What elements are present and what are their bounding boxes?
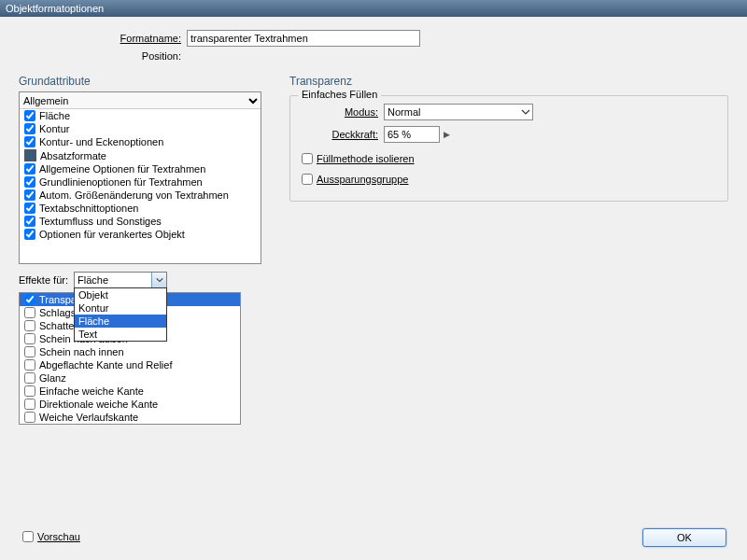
transparenz-title: Transparenz [289, 75, 728, 88]
attribute-item[interactable]: Grundlinienoptionen für Textrahmen [20, 175, 261, 189]
attribute-item[interactable]: Absatzformate [20, 148, 261, 162]
effect-item[interactable]: Einfache weiche Kante [20, 385, 240, 398]
effects-option[interactable]: Kontur [75, 301, 166, 315]
isolate-blend-checkbox[interactable] [302, 153, 313, 164]
attribute-item[interactable]: Allgemeine Optionen für Textrahmen [20, 162, 261, 175]
attribute-checkbox[interactable] [24, 149, 36, 161]
effect-checkbox[interactable] [24, 412, 35, 423]
effects-option[interactable]: Text [75, 328, 166, 341]
attribute-item[interactable]: Fläche [20, 109, 261, 122]
dialog-body: Formatname: Position: Grundattribute All… [0, 17, 747, 560]
effect-checkbox[interactable] [24, 346, 35, 357]
grundattribute-header-select[interactable]: Allgemein [20, 92, 261, 109]
effect-label: Schein nach innen [39, 346, 124, 357]
position-label: Position: [19, 50, 187, 62]
grundattribute-listbox[interactable]: Allgemein FlächeKonturKontur- und Eckeno… [19, 91, 261, 264]
isolate-blend-label: Füllmethode isolieren [317, 153, 415, 164]
ok-button[interactable]: OK [642, 528, 726, 547]
attribute-checkbox[interactable] [24, 229, 35, 240]
effect-checkbox[interactable] [24, 359, 35, 371]
effect-checkbox[interactable] [24, 294, 35, 305]
attribute-label: Autom. Größenänderung von Textrahmen [39, 189, 229, 201]
attribute-item[interactable]: Textumfluss und Sonstiges [20, 215, 261, 228]
effect-checkbox[interactable] [24, 399, 35, 410]
attribute-checkbox[interactable] [24, 176, 35, 188]
simple-fill-legend: Einfaches Füllen [298, 89, 381, 100]
formatname-label: Formatname: [19, 33, 187, 44]
effects-option[interactable]: Fläche [75, 315, 166, 328]
attribute-item[interactable]: Textabschnittoptionen [20, 202, 261, 215]
effects-for-label: Effekte für: [19, 274, 68, 286]
attribute-label: Absatzformate [40, 150, 106, 161]
effects-for-popup[interactable]: ObjektKonturFlächeText [74, 287, 167, 342]
simple-fill-group: Einfaches Füllen Modus: Normal Deckkraf [289, 95, 728, 202]
effect-label: Abgeflachte Kante und Relief [39, 359, 173, 371]
effect-checkbox[interactable] [24, 307, 35, 318]
attribute-label: Kontur [39, 123, 69, 134]
window-titlebar: Objektformatoptionen [0, 0, 747, 17]
attribute-checkbox[interactable] [24, 189, 35, 201]
chevron-down-icon [521, 107, 530, 119]
opacity-label: Deckkraft: [331, 129, 378, 140]
effect-checkbox[interactable] [24, 385, 35, 397]
attribute-label: Grundlinienoptionen für Textrahmen [39, 176, 203, 188]
effect-label: Glanz [39, 372, 66, 384]
attribute-label: Textabschnittoptionen [39, 203, 138, 214]
grundattribute-title: Grundattribute [19, 75, 261, 88]
effect-label: Weiche Verlaufskante [39, 412, 138, 423]
effects-option[interactable]: Objekt [75, 288, 166, 301]
attribute-checkbox[interactable] [24, 203, 35, 214]
attribute-item[interactable]: Kontur [20, 122, 261, 135]
knockout-group-checkbox[interactable] [302, 174, 313, 185]
effect-item[interactable]: Weiche Verlaufskante [20, 411, 240, 424]
attribute-checkbox[interactable] [24, 123, 35, 134]
attribute-label: Optionen für verankertes Objekt [39, 229, 185, 240]
attribute-item[interactable]: Optionen für verankertes Objekt [20, 228, 261, 241]
opacity-spinner-icon[interactable]: ▶ [440, 130, 450, 139]
effect-checkbox[interactable] [24, 320, 35, 331]
knockout-group-label: Aussparungsgruppe [317, 174, 408, 185]
effect-item[interactable]: Glanz [20, 371, 240, 385]
effect-item[interactable]: Abgeflachte Kante und Relief [20, 358, 240, 371]
attribute-checkbox[interactable] [24, 110, 35, 121]
window-title: Objektformatoptionen [6, 3, 104, 14]
opacity-input[interactable] [384, 126, 440, 143]
effect-item[interactable]: Schein nach innen [20, 345, 240, 358]
effects-for-combo[interactable]: Fläche [74, 272, 167, 288]
attribute-label: Fläche [39, 110, 70, 121]
attribute-label: Allgemeine Optionen für Textrahmen [39, 163, 205, 175]
chevron-down-icon [151, 273, 166, 287]
preview-label: Vorschau [37, 531, 80, 542]
attribute-checkbox[interactable] [24, 163, 35, 175]
effect-item[interactable]: Direktionale weiche Kante [20, 398, 240, 411]
effect-checkbox[interactable] [24, 372, 35, 384]
attribute-label: Kontur- und Eckenoptionen [39, 136, 163, 147]
mode-select[interactable]: Normal [384, 104, 533, 120]
attribute-label: Textumfluss und Sonstiges [39, 216, 162, 227]
effect-label: Direktionale weiche Kante [39, 399, 158, 410]
attribute-item[interactable]: Kontur- und Eckenoptionen [20, 135, 261, 148]
attribute-checkbox[interactable] [24, 216, 35, 227]
attribute-item[interactable]: Autom. Größenänderung von Textrahmen [20, 189, 261, 202]
mode-label: Modus: [345, 106, 378, 118]
formatname-input[interactable] [187, 30, 420, 47]
effect-checkbox[interactable] [24, 333, 35, 344]
attribute-checkbox[interactable] [24, 136, 35, 147]
preview-checkbox[interactable] [22, 531, 34, 542]
effect-label: Einfache weiche Kante [39, 385, 144, 397]
